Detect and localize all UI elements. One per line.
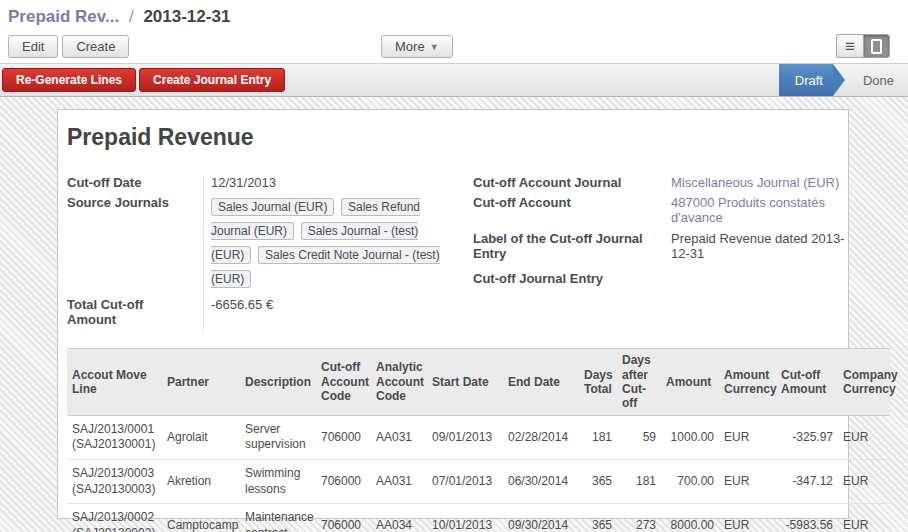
column-header: Cut-off Amount xyxy=(776,349,838,416)
breadcrumb-current: 2013-12-31 xyxy=(143,7,230,26)
cell-cutoff-amount: -325.97 xyxy=(776,415,838,459)
chevron-down-icon: ▼ xyxy=(430,42,439,52)
cell-days-total: 365 xyxy=(579,504,617,532)
form-view-icon xyxy=(871,39,882,54)
cutoff-account-link[interactable]: 487000 Produits constatés d'avance xyxy=(671,195,853,225)
status-done-label: Done xyxy=(863,73,894,88)
form-view-button[interactable] xyxy=(863,34,890,58)
column-header: Amount xyxy=(661,349,719,416)
table-row[interactable]: SAJ/2013/0002 (SAJ20130002) Camptocamp M… xyxy=(67,504,890,532)
cutoff-journal-entry-label: Cut-off Journal Entry xyxy=(473,271,671,286)
cell-analytic-account-code: AA031 xyxy=(371,415,427,459)
cell-days-total: 365 xyxy=(579,459,617,503)
edit-button[interactable]: Edit xyxy=(8,35,58,58)
cell-days-after-cutoff: 273 xyxy=(617,504,661,532)
create-button[interactable]: Create xyxy=(62,35,129,58)
cell-description: Server supervision xyxy=(240,415,316,459)
cell-end-date: 09/30/2014 xyxy=(503,504,579,532)
column-header: Days after Cut-off xyxy=(617,349,661,416)
cutoff-account-journal-link[interactable]: Miscellaneous Journal (EUR) xyxy=(671,175,853,190)
more-dropdown-wrap: More▼ xyxy=(381,35,453,58)
journal-entry-label-label: Label of the Cut-off Journal Entry xyxy=(473,231,671,261)
lines-table-section: Accout Move Line Partner Description Cut… xyxy=(67,348,839,532)
breadcrumb-separator: / xyxy=(124,7,139,26)
cell-company-currency: EUR xyxy=(838,415,890,459)
column-header: End Date xyxy=(503,349,579,416)
total-cutoff-amount-value: -6656.65 € xyxy=(201,297,451,327)
regenerate-lines-button[interactable]: Re-Generate Lines xyxy=(2,68,136,92)
cutoff-date-value: 12/31/2013 xyxy=(201,175,451,190)
column-header: Description xyxy=(240,349,316,416)
column-header: Start Date xyxy=(427,349,503,416)
statusbar: Draft Done xyxy=(779,64,908,96)
cell-cutoff-account-code: 706000 xyxy=(316,415,371,459)
cell-cutoff-amount: -347.12 xyxy=(776,459,838,503)
field-total-cutoff-amount: Total Cut-off Amount -6656.65 € xyxy=(67,297,453,327)
more-label: More xyxy=(395,39,425,54)
cutoff-journal-entry-value xyxy=(671,271,853,286)
cell-amount: 700.00 xyxy=(661,459,719,503)
field-group-left: Cut-off Date 12/31/2013 Source Journals … xyxy=(67,175,453,332)
cell-partner: Agrolait xyxy=(162,415,240,459)
cell-amount: 1000.00 xyxy=(661,415,719,459)
journal-entry-label-value: Prepaid Revenue dated 2013-12-31 xyxy=(671,231,853,261)
cell-description: Swimming lessons xyxy=(240,459,316,503)
field-source-journals: Source Journals Sales Journal (EUR) Sale… xyxy=(67,195,453,291)
column-header: Company Currency xyxy=(838,349,890,416)
cell-move-line: SAJ/2013/0001 (SAJ20130001) xyxy=(67,415,162,459)
source-journals-label: Source Journals xyxy=(67,195,201,291)
cell-analytic-account-code: AA034 xyxy=(371,504,427,532)
cell-days-total: 181 xyxy=(579,415,617,459)
column-header: Cut-off Account Code xyxy=(316,349,371,416)
breadcrumb: Prepaid Rev... / 2013-12-31 xyxy=(8,5,900,29)
field-groups: Cut-off Date 12/31/2013 Source Journals … xyxy=(67,175,839,332)
table-row[interactable]: SAJ/2013/0001 (SAJ20130001) Agrolait Ser… xyxy=(67,415,890,459)
cell-start-date: 10/01/2013 xyxy=(427,504,503,532)
cell-amount-currency: EUR xyxy=(719,504,776,532)
content-area: Prepaid Revenue Cut-off Date 12/31/2013 … xyxy=(0,97,908,532)
column-header: Amount Currency xyxy=(719,349,776,416)
page-title: Prepaid Revenue xyxy=(67,124,839,151)
cell-description: Maintenance contract xyxy=(240,504,316,532)
toolbar: Edit Create More▼ ≡ xyxy=(8,29,900,63)
cell-amount-currency: EUR xyxy=(719,415,776,459)
cell-start-date: 09/01/2013 xyxy=(427,415,503,459)
cell-start-date: 07/01/2013 xyxy=(427,459,503,503)
cell-amount-currency: EUR xyxy=(719,459,776,503)
more-dropdown-button[interactable]: More▼ xyxy=(381,35,453,58)
view-switcher: ≡ xyxy=(836,34,890,58)
cell-cutoff-account-code: 706000 xyxy=(316,459,371,503)
breadcrumb-parent-link[interactable]: Prepaid Rev... xyxy=(8,7,119,26)
cutoff-date-label: Cut-off Date xyxy=(67,175,201,190)
list-icon: ≡ xyxy=(845,38,855,55)
cell-days-after-cutoff: 59 xyxy=(617,415,661,459)
column-header: Analytic Account Code xyxy=(371,349,427,416)
cell-end-date: 02/28/2014 xyxy=(503,415,579,459)
cell-company-currency: EUR xyxy=(838,459,890,503)
action-bar: Re-Generate Lines Create Journal Entry D… xyxy=(0,63,908,97)
list-view-button[interactable]: ≡ xyxy=(836,34,863,58)
table-row[interactable]: SAJ/2013/0003 (SAJ20130003) Akretion Swi… xyxy=(67,459,890,503)
cell-days-after-cutoff: 181 xyxy=(617,459,661,503)
cell-move-line: SAJ/2013/0003 (SAJ20130003) xyxy=(67,459,162,503)
column-header: Days Total xyxy=(579,349,617,416)
cell-cutoff-account-code: 706000 xyxy=(316,504,371,532)
field-journal-entry-label: Label of the Cut-off Journal Entry Prepa… xyxy=(473,231,853,261)
cell-end-date: 06/30/2014 xyxy=(503,459,579,503)
field-group-right: Cut-off Account Journal Miscellaneous Jo… xyxy=(453,175,853,332)
cell-move-line: SAJ/2013/0002 (SAJ20130002) xyxy=(67,504,162,532)
cell-partner: Camptocamp xyxy=(162,504,240,532)
form-sheet: Prepaid Revenue Cut-off Date 12/31/2013 … xyxy=(57,109,849,519)
status-draft-label: Draft xyxy=(795,73,823,88)
journal-tag: Sales Journal (EUR) xyxy=(211,198,334,216)
status-draft: Draft xyxy=(779,64,833,96)
cell-cutoff-amount: -5983.56 xyxy=(776,504,838,532)
total-cutoff-amount-label: Total Cut-off Amount xyxy=(67,297,201,327)
column-header: Partner xyxy=(162,349,240,416)
source-journals-value: Sales Journal (EUR) Sales Refund Journal… xyxy=(201,195,451,291)
cell-analytic-account-code: AA031 xyxy=(371,459,427,503)
cutoff-account-label: Cut-off Account xyxy=(473,195,671,225)
status-done: Done xyxy=(849,64,908,96)
create-journal-entry-button[interactable]: Create Journal Entry xyxy=(139,68,285,92)
column-header: Accout Move Line xyxy=(67,349,162,416)
